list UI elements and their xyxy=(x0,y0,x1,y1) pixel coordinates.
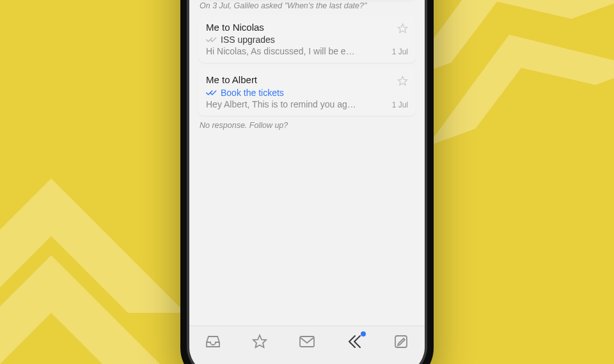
svg-marker-3 xyxy=(409,0,614,146)
email-preview: Hi Nicolas, As discussed, I will be expe… xyxy=(206,46,356,56)
email-preview: Hey Albert, This is to remind you again … xyxy=(206,99,356,109)
background-chevron-right xyxy=(409,0,614,192)
email-date: 1 Jul xyxy=(392,100,408,109)
svg-marker-0 xyxy=(0,178,185,313)
star-icon[interactable] xyxy=(397,23,408,34)
compose-tab[interactable] xyxy=(391,333,411,351)
all-mail-tab[interactable] xyxy=(297,333,317,351)
phone-screen: Carl Sagan Edge of the Solar System Hey … xyxy=(189,0,425,364)
email-sender: Me to Nicolas xyxy=(206,22,264,34)
star-icon[interactable] xyxy=(397,75,408,86)
email-card-3[interactable]: Me to Nicolas ISS upgrades Hi Ni xyxy=(198,15,416,63)
awaiting-reply-tab[interactable] xyxy=(345,333,364,351)
notification-dot-icon xyxy=(361,331,366,336)
email-sender: Me to Albert xyxy=(206,74,257,86)
inbox-tab[interactable] xyxy=(203,333,223,351)
svg-marker-6 xyxy=(398,24,407,32)
email-date: 1 Jul xyxy=(392,47,408,56)
phone-frame: Carl Sagan Edge of the Solar System Hey … xyxy=(180,0,434,364)
email-subject: ISS upgrades xyxy=(221,35,275,45)
email-list: Carl Sagan Edge of the Solar System Hey … xyxy=(189,0,425,333)
starred-tab[interactable] xyxy=(250,333,269,351)
svg-marker-8 xyxy=(253,335,266,347)
email-card-4[interactable]: Me to Albert Book the tickets He xyxy=(198,68,416,116)
followup-hint: No response. Follow up? xyxy=(200,121,414,130)
svg-marker-2 xyxy=(409,0,614,80)
double-check-icon xyxy=(206,36,217,44)
svg-marker-1 xyxy=(0,255,185,364)
double-check-icon xyxy=(206,89,217,97)
svg-marker-7 xyxy=(398,77,407,85)
bottom-toolbar xyxy=(189,326,425,364)
thread-summary-2: On 3 Jul, Galileo asked "When's the last… xyxy=(200,1,414,10)
email-subject: Book the tickets xyxy=(221,88,284,98)
svg-rect-9 xyxy=(300,336,314,347)
background-chevron-left xyxy=(0,178,185,364)
